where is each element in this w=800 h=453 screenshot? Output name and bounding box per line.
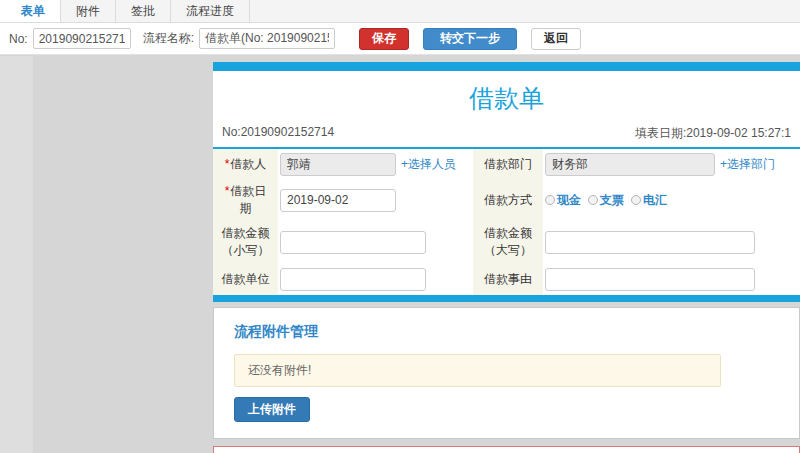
- form-number-text: No:20190902152714: [222, 125, 334, 142]
- borrower-input[interactable]: [280, 153, 396, 176]
- process-name-label: 流程名称:: [143, 30, 194, 47]
- required-asterisk: *: [225, 157, 230, 171]
- amount-lower-field-cell: [278, 220, 473, 264]
- command-bar: No: 流程名称: 保存 转交下一步 返回: [0, 23, 800, 55]
- borrow-date-label: *借款日期: [213, 180, 278, 220]
- amount-lower-input[interactable]: [280, 231, 426, 254]
- borrow-reason-label: 借款事由: [473, 264, 543, 295]
- no-input[interactable]: [33, 28, 131, 49]
- process-name-input[interactable]: [199, 28, 335, 49]
- borrow-method-field-cell: 现金 支票 电汇: [543, 180, 800, 220]
- loan-form-card: 借款单 No:20190902152714 填表日期:2019-09-02 15…: [213, 62, 800, 302]
- no-attachments-alert: 还没有附件!: [234, 354, 721, 387]
- form-title: 借款单: [213, 71, 800, 123]
- save-button[interactable]: 保存: [359, 28, 409, 50]
- main-content: 借款单 No:20190902152714 填表日期:2019-09-02 15…: [213, 62, 800, 453]
- radio-icon[interactable]: [545, 195, 555, 205]
- attachment-panel-title: 流程附件管理: [234, 323, 779, 341]
- tab-form[interactable]: 表单: [0, 0, 61, 22]
- collapsed-sidebar-strip: [0, 56, 33, 453]
- method-option-cash[interactable]: 现金: [545, 192, 581, 209]
- amount-lower-label: 借款金额（小写）: [213, 220, 278, 264]
- attachment-panel: 流程附件管理 还没有附件! 上传附件: [213, 307, 800, 439]
- approval-panel: 流程签批意见 B I abc 1.2.: [213, 446, 800, 453]
- borrower-field-cell: +选择人员: [278, 149, 473, 180]
- amount-upper-label: 借款金额（大写）: [473, 220, 543, 264]
- select-department-link[interactable]: +选择部门: [720, 156, 775, 173]
- back-button[interactable]: 返回: [531, 28, 581, 50]
- borrow-unit-label: 借款单位: [213, 264, 278, 295]
- department-label: 借款部门: [473, 149, 543, 180]
- borrow-unit-input[interactable]: [280, 268, 426, 291]
- borrow-method-label: 借款方式: [473, 180, 543, 220]
- borrow-reason-input[interactable]: [545, 268, 755, 291]
- form-top-bar: [213, 62, 800, 71]
- tab-process-progress[interactable]: 流程进度: [171, 0, 250, 22]
- borrow-date-field-cell: [278, 180, 473, 220]
- next-step-button[interactable]: 转交下一步: [423, 28, 517, 50]
- form-bottom-bar: [213, 295, 800, 302]
- form-meta-row: No:20190902152714 填表日期:2019-09-02 15:27:…: [213, 123, 800, 147]
- no-label: No:: [9, 32, 28, 46]
- upload-attachment-button[interactable]: 上传附件: [234, 397, 310, 422]
- radio-icon[interactable]: [631, 195, 641, 205]
- radio-icon[interactable]: [588, 195, 598, 205]
- select-person-link[interactable]: +选择人员: [401, 156, 456, 173]
- amount-upper-field-cell: [543, 220, 800, 264]
- borrow-reason-field-cell: [543, 264, 800, 295]
- tab-approval[interactable]: 签批: [116, 0, 171, 22]
- method-option-cheque[interactable]: 支票: [588, 192, 624, 209]
- amount-upper-input[interactable]: [545, 231, 755, 254]
- department-input[interactable]: [545, 153, 715, 176]
- tab-attachments[interactable]: 附件: [61, 0, 116, 22]
- department-field-cell: +选择部门: [543, 149, 800, 180]
- borrow-unit-field-cell: [278, 264, 473, 295]
- borrow-date-input[interactable]: [280, 189, 396, 212]
- form-fields-table: *借款人 +选择人员 借款部门 +选择部门 *借款日期 借款方式 现金 支票 电…: [213, 149, 800, 295]
- borrower-label: *借款人: [213, 149, 278, 180]
- form-date-text: 填表日期:2019-09-02 15:27:1: [635, 125, 791, 142]
- tab-bar: 表单 附件 签批 流程进度: [0, 0, 800, 23]
- required-asterisk: *: [225, 184, 230, 198]
- method-option-wire[interactable]: 电汇: [631, 192, 667, 209]
